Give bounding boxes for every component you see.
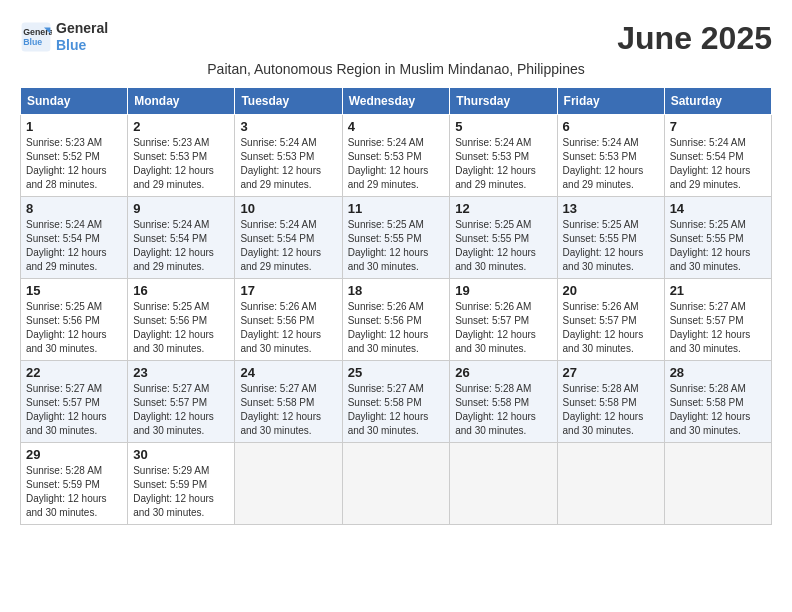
day-number: 6 xyxy=(563,119,659,134)
day-number: 26 xyxy=(455,365,551,380)
day-number: 29 xyxy=(26,447,122,462)
day-info: Sunrise: 5:27 AMSunset: 5:57 PMDaylight:… xyxy=(670,301,751,354)
calendar-cell: 8 Sunrise: 5:24 AMSunset: 5:54 PMDayligh… xyxy=(21,197,128,279)
day-info: Sunrise: 5:24 AMSunset: 5:53 PMDaylight:… xyxy=(348,137,429,190)
calendar-cell: 6 Sunrise: 5:24 AMSunset: 5:53 PMDayligh… xyxy=(557,115,664,197)
calendar-cell: 5 Sunrise: 5:24 AMSunset: 5:53 PMDayligh… xyxy=(450,115,557,197)
col-wednesday: Wednesday xyxy=(342,88,450,115)
day-number: 21 xyxy=(670,283,766,298)
calendar-cell: 21 Sunrise: 5:27 AMSunset: 5:57 PMDaylig… xyxy=(664,279,771,361)
calendar-cell: 25 Sunrise: 5:27 AMSunset: 5:58 PMDaylig… xyxy=(342,361,450,443)
day-info: Sunrise: 5:24 AMSunset: 5:54 PMDaylight:… xyxy=(240,219,321,272)
logo: General Blue General Blue xyxy=(20,20,108,54)
calendar-cell: 11 Sunrise: 5:25 AMSunset: 5:55 PMDaylig… xyxy=(342,197,450,279)
calendar-cell xyxy=(664,443,771,525)
day-info: Sunrise: 5:23 AMSunset: 5:53 PMDaylight:… xyxy=(133,137,214,190)
day-number: 16 xyxy=(133,283,229,298)
day-number: 9 xyxy=(133,201,229,216)
calendar-cell: 22 Sunrise: 5:27 AMSunset: 5:57 PMDaylig… xyxy=(21,361,128,443)
calendar-cell: 20 Sunrise: 5:26 AMSunset: 5:57 PMDaylig… xyxy=(557,279,664,361)
day-info: Sunrise: 5:24 AMSunset: 5:53 PMDaylight:… xyxy=(455,137,536,190)
col-thursday: Thursday xyxy=(450,88,557,115)
day-number: 12 xyxy=(455,201,551,216)
col-tuesday: Tuesday xyxy=(235,88,342,115)
calendar-cell: 4 Sunrise: 5:24 AMSunset: 5:53 PMDayligh… xyxy=(342,115,450,197)
calendar-cell: 19 Sunrise: 5:26 AMSunset: 5:57 PMDaylig… xyxy=(450,279,557,361)
day-number: 25 xyxy=(348,365,445,380)
col-sunday: Sunday xyxy=(21,88,128,115)
day-number: 28 xyxy=(670,365,766,380)
day-number: 5 xyxy=(455,119,551,134)
day-info: Sunrise: 5:24 AMSunset: 5:54 PMDaylight:… xyxy=(133,219,214,272)
day-info: Sunrise: 5:25 AMSunset: 5:55 PMDaylight:… xyxy=(563,219,644,272)
calendar-cell: 7 Sunrise: 5:24 AMSunset: 5:54 PMDayligh… xyxy=(664,115,771,197)
day-number: 8 xyxy=(26,201,122,216)
calendar-cell: 24 Sunrise: 5:27 AMSunset: 5:58 PMDaylig… xyxy=(235,361,342,443)
day-info: Sunrise: 5:25 AMSunset: 5:56 PMDaylight:… xyxy=(133,301,214,354)
day-number: 23 xyxy=(133,365,229,380)
day-info: Sunrise: 5:26 AMSunset: 5:57 PMDaylight:… xyxy=(455,301,536,354)
day-info: Sunrise: 5:24 AMSunset: 5:53 PMDaylight:… xyxy=(563,137,644,190)
day-number: 7 xyxy=(670,119,766,134)
calendar-header-row: Sunday Monday Tuesday Wednesday Thursday… xyxy=(21,88,772,115)
day-number: 17 xyxy=(240,283,336,298)
calendar-row: 29 Sunrise: 5:28 AMSunset: 5:59 PMDaylig… xyxy=(21,443,772,525)
calendar-cell xyxy=(450,443,557,525)
day-number: 22 xyxy=(26,365,122,380)
day-number: 24 xyxy=(240,365,336,380)
calendar-cell: 1 Sunrise: 5:23 AMSunset: 5:52 PMDayligh… xyxy=(21,115,128,197)
day-info: Sunrise: 5:26 AMSunset: 5:57 PMDaylight:… xyxy=(563,301,644,354)
day-info: Sunrise: 5:24 AMSunset: 5:53 PMDaylight:… xyxy=(240,137,321,190)
calendar-cell: 30 Sunrise: 5:29 AMSunset: 5:59 PMDaylig… xyxy=(128,443,235,525)
day-info: Sunrise: 5:24 AMSunset: 5:54 PMDaylight:… xyxy=(670,137,751,190)
calendar-cell: 10 Sunrise: 5:24 AMSunset: 5:54 PMDaylig… xyxy=(235,197,342,279)
col-saturday: Saturday xyxy=(664,88,771,115)
day-info: Sunrise: 5:28 AMSunset: 5:58 PMDaylight:… xyxy=(670,383,751,436)
calendar-cell: 12 Sunrise: 5:25 AMSunset: 5:55 PMDaylig… xyxy=(450,197,557,279)
calendar-cell: 15 Sunrise: 5:25 AMSunset: 5:56 PMDaylig… xyxy=(21,279,128,361)
day-info: Sunrise: 5:27 AMSunset: 5:57 PMDaylight:… xyxy=(133,383,214,436)
day-number: 2 xyxy=(133,119,229,134)
day-info: Sunrise: 5:29 AMSunset: 5:59 PMDaylight:… xyxy=(133,465,214,518)
calendar-cell: 29 Sunrise: 5:28 AMSunset: 5:59 PMDaylig… xyxy=(21,443,128,525)
day-info: Sunrise: 5:27 AMSunset: 5:57 PMDaylight:… xyxy=(26,383,107,436)
day-number: 15 xyxy=(26,283,122,298)
header: General Blue General Blue June 2025 xyxy=(20,20,772,57)
day-number: 11 xyxy=(348,201,445,216)
day-info: Sunrise: 5:28 AMSunset: 5:59 PMDaylight:… xyxy=(26,465,107,518)
day-info: Sunrise: 5:25 AMSunset: 5:56 PMDaylight:… xyxy=(26,301,107,354)
day-number: 18 xyxy=(348,283,445,298)
day-info: Sunrise: 5:26 AMSunset: 5:56 PMDaylight:… xyxy=(240,301,321,354)
calendar-cell: 18 Sunrise: 5:26 AMSunset: 5:56 PMDaylig… xyxy=(342,279,450,361)
svg-text:Blue: Blue xyxy=(23,37,42,47)
logo-text: General Blue xyxy=(56,20,108,54)
day-number: 13 xyxy=(563,201,659,216)
calendar-cell: 26 Sunrise: 5:28 AMSunset: 5:58 PMDaylig… xyxy=(450,361,557,443)
calendar-row: 8 Sunrise: 5:24 AMSunset: 5:54 PMDayligh… xyxy=(21,197,772,279)
calendar-cell: 27 Sunrise: 5:28 AMSunset: 5:58 PMDaylig… xyxy=(557,361,664,443)
calendar-cell: 14 Sunrise: 5:25 AMSunset: 5:55 PMDaylig… xyxy=(664,197,771,279)
day-info: Sunrise: 5:28 AMSunset: 5:58 PMDaylight:… xyxy=(455,383,536,436)
calendar-row: 1 Sunrise: 5:23 AMSunset: 5:52 PMDayligh… xyxy=(21,115,772,197)
calendar-cell: 13 Sunrise: 5:25 AMSunset: 5:55 PMDaylig… xyxy=(557,197,664,279)
calendar-cell xyxy=(557,443,664,525)
day-info: Sunrise: 5:25 AMSunset: 5:55 PMDaylight:… xyxy=(348,219,429,272)
calendar-cell: 28 Sunrise: 5:28 AMSunset: 5:58 PMDaylig… xyxy=(664,361,771,443)
calendar-row: 22 Sunrise: 5:27 AMSunset: 5:57 PMDaylig… xyxy=(21,361,772,443)
calendar-cell: 3 Sunrise: 5:24 AMSunset: 5:53 PMDayligh… xyxy=(235,115,342,197)
logo-icon: General Blue xyxy=(20,21,52,53)
day-number: 19 xyxy=(455,283,551,298)
calendar-cell: 23 Sunrise: 5:27 AMSunset: 5:57 PMDaylig… xyxy=(128,361,235,443)
month-title: June 2025 xyxy=(617,20,772,57)
calendar-cell xyxy=(342,443,450,525)
col-friday: Friday xyxy=(557,88,664,115)
day-number: 3 xyxy=(240,119,336,134)
day-number: 27 xyxy=(563,365,659,380)
calendar-row: 15 Sunrise: 5:25 AMSunset: 5:56 PMDaylig… xyxy=(21,279,772,361)
calendar-cell: 17 Sunrise: 5:26 AMSunset: 5:56 PMDaylig… xyxy=(235,279,342,361)
day-number: 4 xyxy=(348,119,445,134)
day-info: Sunrise: 5:28 AMSunset: 5:58 PMDaylight:… xyxy=(563,383,644,436)
calendar-cell: 2 Sunrise: 5:23 AMSunset: 5:53 PMDayligh… xyxy=(128,115,235,197)
calendar-cell: 16 Sunrise: 5:25 AMSunset: 5:56 PMDaylig… xyxy=(128,279,235,361)
calendar-cell: 9 Sunrise: 5:24 AMSunset: 5:54 PMDayligh… xyxy=(128,197,235,279)
